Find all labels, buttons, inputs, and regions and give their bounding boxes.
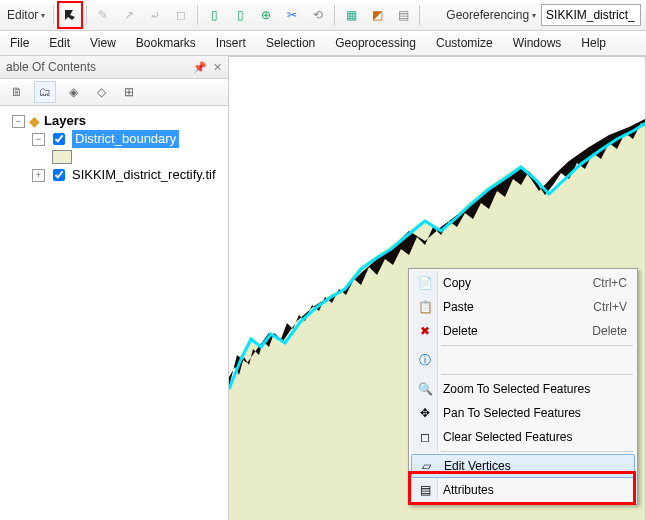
tool-9[interactable]: ⟲	[305, 3, 331, 27]
ctx-identify[interactable]: ⓘ	[411, 348, 635, 372]
ctx-pan-selected[interactable]: ✥ Pan To Selected Features	[411, 401, 635, 425]
tool-11[interactable]: ◩	[364, 3, 390, 27]
svg-marker-0	[65, 10, 75, 20]
menu-selection[interactable]: Selection	[256, 31, 325, 55]
toc-tab-5[interactable]: ⊞	[118, 81, 140, 103]
ctx-delete[interactable]: ✖ Delete Delete	[411, 319, 635, 343]
tree-root-layers[interactable]: − ◆ Layers	[4, 112, 224, 130]
layers-icon: ◆	[29, 112, 40, 130]
tool-3[interactable]: ⤾	[142, 3, 168, 27]
zoom-selected-icon: 🔍	[416, 380, 434, 398]
georef-layer-input[interactable]	[541, 4, 641, 26]
ctx-paste[interactable]: 📋 Paste Ctrl+V	[411, 295, 635, 319]
tool-8[interactable]: ✂	[279, 3, 305, 27]
symbol-swatch[interactable]	[52, 150, 72, 164]
edit-tool-highlight	[57, 1, 83, 29]
layers-label: Layers	[44, 112, 86, 130]
ctx-clear-selected[interactable]: ◻ Clear Selected Features	[411, 425, 635, 449]
ctx-attributes[interactable]: ▤ Attributes	[411, 478, 635, 502]
tool-12[interactable]: ▤	[390, 3, 416, 27]
context-menu: 📄 Copy Ctrl+C 📋 Paste Ctrl+V ✖ Delete De…	[408, 268, 638, 505]
ctx-edit-vertices[interactable]: ▱ Edit Vertices	[411, 454, 635, 478]
close-icon[interactable]: ✕	[213, 61, 222, 74]
layer-raster-label: SIKKIM_district_rectify.tif	[72, 166, 216, 184]
menu-customize[interactable]: Customize	[426, 31, 503, 55]
delete-icon: ✖	[416, 322, 434, 340]
tool-7[interactable]: ⊕	[253, 3, 279, 27]
editor-menu[interactable]: Editor	[2, 3, 50, 27]
toc-tab-1[interactable]: 🗎	[6, 81, 28, 103]
menu-help[interactable]: Help	[571, 31, 616, 55]
expand-icon[interactable]: −	[32, 133, 45, 146]
tool-10[interactable]: ▦	[338, 3, 364, 27]
tree-layer-district-swatch	[4, 148, 224, 166]
tree-layer-raster[interactable]: + SIKKIM_district_rectify.tif	[4, 166, 224, 184]
identify-icon: ⓘ	[416, 351, 434, 369]
toc-panel: able Of Contents 📌 ✕ 🗎 🗂 ◈ ◇ ⊞ − ◆ Layer…	[0, 56, 229, 520]
editor-toolbar: Editor ✎ ↗ ⤾ ◻ ▯ ▯ ⊕ ✂ ⟲ ▦ ◩ ▤ Georefere…	[0, 0, 646, 31]
ctx-copy[interactable]: 📄 Copy Ctrl+C	[411, 271, 635, 295]
pin-icon[interactable]: 📌	[193, 61, 207, 74]
toc-title: able Of Contents	[6, 60, 96, 74]
menu-bookmarks[interactable]: Bookmarks	[126, 31, 206, 55]
tool-4[interactable]: ◻	[168, 3, 194, 27]
menu-insert[interactable]: Insert	[206, 31, 256, 55]
menu-view[interactable]: View	[80, 31, 126, 55]
toc-tab-4[interactable]: ◇	[90, 81, 112, 103]
expand-icon[interactable]: +	[32, 169, 45, 182]
georeferencing-menu[interactable]: Georeferencing	[441, 3, 541, 27]
menu-edit[interactable]: Edit	[39, 31, 80, 55]
tool-6[interactable]: ▯	[227, 3, 253, 27]
edit-vertices-icon: ▱	[417, 457, 435, 475]
clear-selected-icon: ◻	[416, 428, 434, 446]
menu-windows[interactable]: Windows	[503, 31, 572, 55]
paste-icon: 📋	[416, 298, 434, 316]
toc-tab-2[interactable]: 🗂	[34, 81, 56, 103]
edit-tool-icon[interactable]	[62, 7, 78, 23]
layer-district-label: District_boundary	[72, 130, 179, 148]
toc-tree: − ◆ Layers − District_boundary + SIKKIM_…	[0, 106, 228, 190]
pan-selected-icon: ✥	[416, 404, 434, 422]
tool-1[interactable]: ✎	[90, 3, 116, 27]
menu-file[interactable]: File	[0, 31, 39, 55]
layer-checkbox[interactable]	[53, 169, 65, 181]
toc-header: able Of Contents 📌 ✕	[0, 56, 228, 79]
menu-geoprocessing[interactable]: Geoprocessing	[325, 31, 426, 55]
tool-5[interactable]: ▯	[201, 3, 227, 27]
menu-bar: File Edit View Bookmarks Insert Selectio…	[0, 31, 646, 56]
layer-checkbox[interactable]	[53, 133, 65, 145]
tool-2[interactable]: ↗	[116, 3, 142, 27]
copy-icon: 📄	[416, 274, 434, 292]
tree-layer-district[interactable]: − District_boundary	[4, 130, 224, 148]
toc-tab-3[interactable]: ◈	[62, 81, 84, 103]
attributes-icon: ▤	[416, 481, 434, 499]
ctx-zoom-selected[interactable]: 🔍 Zoom To Selected Features	[411, 377, 635, 401]
expand-icon[interactable]: −	[12, 115, 25, 128]
toc-tabs: 🗎 🗂 ◈ ◇ ⊞	[0, 79, 228, 106]
